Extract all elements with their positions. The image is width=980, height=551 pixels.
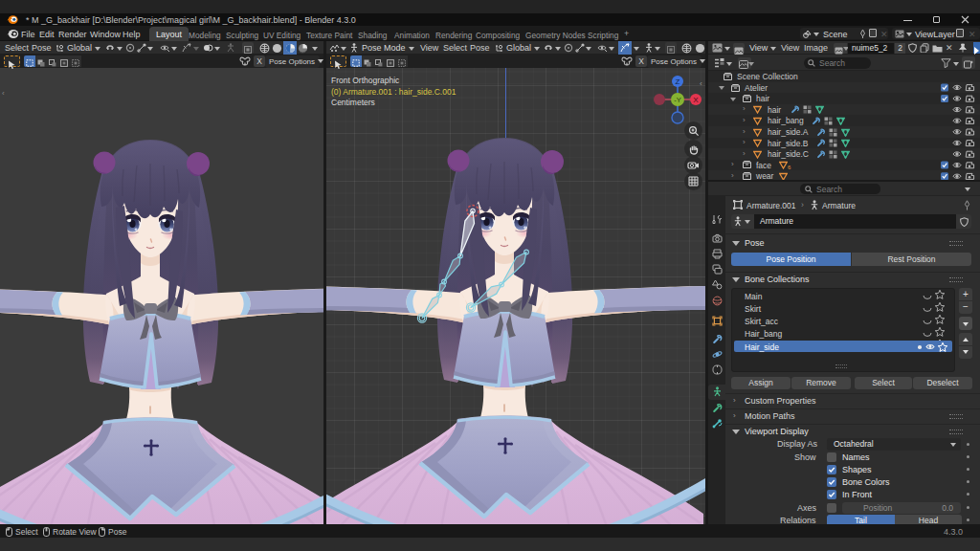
svg-text:-Y: -Y xyxy=(674,96,681,104)
svg-text:Z: Z xyxy=(676,77,680,86)
svg-text:X: X xyxy=(693,96,699,104)
